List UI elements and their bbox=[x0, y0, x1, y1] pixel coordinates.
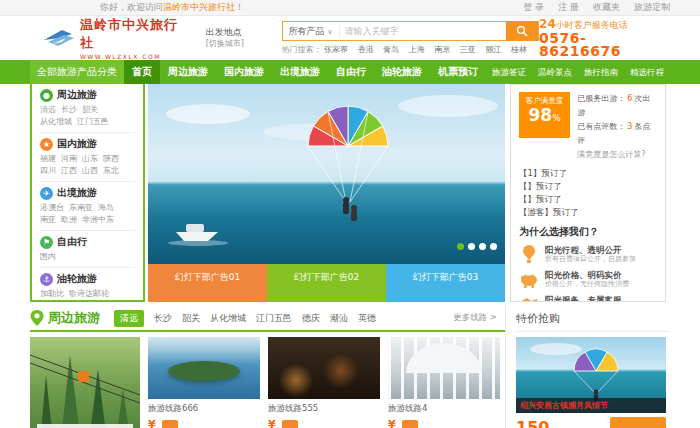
booking-item[interactable]: 【】预订了 bbox=[519, 180, 657, 193]
custom-travel-link[interactable]: 旅游定制 bbox=[634, 0, 670, 16]
sidebar-link[interactable]: 南亚 bbox=[40, 215, 56, 224]
sidebar-link[interactable]: 地中海邮轮 bbox=[77, 301, 117, 302]
sidebar-link[interactable]: 皇家邮轮 bbox=[40, 301, 72, 302]
tab-destination[interactable]: 从化增城 bbox=[210, 312, 246, 325]
reason-title: 阳光行程、透明公开 bbox=[545, 245, 636, 255]
nav-item-attractions[interactable]: 温岭景点 bbox=[532, 60, 578, 84]
sidebar-link[interactable]: 四川 bbox=[40, 166, 56, 175]
sidebar-group-title[interactable]: 国内旅游 bbox=[57, 137, 97, 151]
top-utility-bar: 你好，欢迎访问温岭市中兴旅行社！ 登 录 注 册 收藏夹 旅游定制 bbox=[0, 0, 700, 16]
nav-item-home[interactable]: 首页 bbox=[124, 60, 160, 84]
sidebar-link[interactable]: 从化增城 bbox=[40, 117, 72, 126]
tab-destination[interactable]: 英德 bbox=[358, 312, 376, 325]
register-link[interactable]: 注 册 bbox=[558, 0, 579, 16]
search-input[interactable] bbox=[340, 26, 506, 36]
site-logo[interactable]: 温岭市中兴旅行社 WWW.WLZXLX.COM bbox=[42, 16, 192, 60]
sidebar-link[interactable]: 歌诗达邮轮 bbox=[69, 289, 109, 298]
tab-destination[interactable]: 江门五邑 bbox=[256, 312, 292, 325]
buy-now-button[interactable] bbox=[610, 417, 666, 428]
carousel-dot[interactable] bbox=[490, 243, 497, 250]
tour-card[interactable]: 旅游线路555 ¥ bbox=[268, 337, 380, 428]
sidebar-link[interactable]: 海岛 bbox=[98, 203, 114, 212]
zhangjiajie-promo-card[interactable]: 魅力张家界 · bbox=[30, 337, 140, 428]
nav-item-peripheral[interactable]: 周边旅游 bbox=[160, 60, 216, 84]
reason-title: 阳光服务、专属客服 bbox=[545, 295, 652, 303]
banner-ad-1[interactable]: 幻灯下部广告01 bbox=[148, 264, 267, 302]
tab-destination[interactable]: 韶关 bbox=[182, 312, 200, 325]
sidebar-link[interactable]: 欧洲 bbox=[61, 215, 77, 224]
sidebar-link[interactable]: 韶关 bbox=[82, 105, 98, 114]
tab-destination[interactable]: 德庆 bbox=[302, 312, 320, 325]
nav-item-guide[interactable]: 旅行指南 bbox=[578, 60, 624, 84]
peripheral-section-title: 周边旅游 bbox=[48, 309, 100, 327]
sidebar-link[interactable]: 江门五邑 bbox=[77, 117, 109, 126]
hot-keyword[interactable]: 上海 bbox=[409, 45, 425, 54]
more-routes-link[interactable]: 更多线路 > bbox=[453, 312, 497, 324]
sidebar-link[interactable]: 陕西 bbox=[103, 154, 119, 163]
nav-item-flight[interactable]: 机票预订 bbox=[430, 60, 486, 84]
sidebar-link[interactable]: 非洲中东 bbox=[82, 215, 114, 224]
carousel-dot[interactable] bbox=[468, 243, 475, 250]
sidebar-group-title[interactable]: 周边旅游 bbox=[57, 88, 97, 102]
sidebar-link[interactable]: 加勒比 bbox=[40, 289, 64, 298]
nav-item-domestic[interactable]: 国内旅游 bbox=[216, 60, 272, 84]
reason-item: 阳光服务、专属客服 提供1对1专业服务，全程短信提示 bbox=[519, 294, 657, 302]
search-category-dropdown[interactable]: 所有产品 ∨ bbox=[283, 25, 340, 38]
hot-keyword[interactable]: 桂林 bbox=[511, 45, 527, 54]
sidebar-link[interactable]: 山西 bbox=[82, 166, 98, 175]
nav-item-independent[interactable]: 自由行 bbox=[328, 60, 374, 84]
tour-card[interactable]: 旅游线路666 ¥ bbox=[148, 337, 260, 428]
sidebar-link[interactable]: 东北 bbox=[103, 166, 119, 175]
tab-destination[interactable]: 长沙 bbox=[154, 312, 172, 325]
booking-item[interactable]: 【游客】预订了 bbox=[519, 206, 657, 219]
special-offer-card[interactable]: 绍兴安昌古镇腊月风情节 150 bbox=[516, 337, 666, 428]
hot-keyword[interactable]: 青岛 bbox=[383, 45, 399, 54]
sidebar-link[interactable]: 福建 bbox=[40, 154, 56, 163]
booking-item[interactable]: 【1】预订了 bbox=[519, 167, 657, 180]
banner-ad-2[interactable]: 幻灯下部广告02 bbox=[267, 264, 386, 302]
sidebar-link[interactable]: 东南亚 bbox=[69, 203, 93, 212]
sidebar-link[interactable]: 国内 bbox=[40, 252, 56, 261]
nav-item-cruise[interactable]: 油轮旅游 bbox=[374, 60, 430, 84]
sidebar-link[interactable]: 清远 bbox=[40, 105, 56, 114]
favorites-link[interactable]: 收藏夹 bbox=[593, 0, 620, 16]
login-link[interactable]: 登 录 bbox=[523, 0, 544, 16]
hot-keyword[interactable]: 张家界 bbox=[324, 45, 348, 54]
tour-card-image bbox=[268, 337, 380, 399]
price-symbol: ¥ bbox=[268, 418, 276, 428]
switch-city-link[interactable]: [切换城市] bbox=[206, 38, 266, 50]
carousel-dot[interactable] bbox=[457, 243, 464, 250]
sidebar-link[interactable]: 长沙 bbox=[61, 105, 77, 114]
nav-item-itineraries[interactable]: 精选行程 bbox=[624, 60, 670, 84]
tour-card[interactable]: 旅游线路4 ¥ bbox=[388, 337, 500, 428]
hotline-number: 0576-86216676 bbox=[539, 32, 668, 58]
search-box: 所有产品 ∨ bbox=[282, 21, 539, 41]
nav-item-outbound[interactable]: 出境旅游 bbox=[272, 60, 328, 84]
special-offer-image: 绍兴安昌古镇腊月风情节 bbox=[516, 337, 666, 413]
hot-keyword[interactable]: 南京 bbox=[434, 45, 450, 54]
sidebar-link[interactable]: 山东 bbox=[82, 154, 98, 163]
hot-keyword[interactable]: 丽江 bbox=[485, 45, 501, 54]
search-button[interactable] bbox=[506, 21, 538, 41]
sidebar-group-title[interactable]: 自由行 bbox=[57, 235, 87, 249]
carousel-dots bbox=[457, 243, 497, 250]
welcome-prefix: 你好，欢迎访问 bbox=[100, 2, 163, 12]
banner-ad-3[interactable]: 幻灯下部广告03 bbox=[386, 264, 505, 302]
sidebar-link[interactable]: 江西 bbox=[61, 166, 77, 175]
sidebar-link[interactable]: 港澳台 bbox=[40, 203, 64, 212]
carousel-dot[interactable] bbox=[479, 243, 486, 250]
tour-card-image bbox=[388, 337, 500, 399]
booking-item[interactable]: 【】预订了 bbox=[519, 193, 657, 206]
nav-item-visa[interactable]: 旅游签证 bbox=[486, 60, 532, 84]
hot-keyword[interactable]: 三亚 bbox=[460, 45, 476, 54]
satisfaction-how-link[interactable]: 满意度是怎么计算? bbox=[577, 148, 657, 162]
sidebar-link[interactable]: 河南 bbox=[61, 154, 77, 163]
tab-destination[interactable]: 潮汕 bbox=[330, 312, 348, 325]
hot-keyword[interactable]: 香港 bbox=[358, 45, 374, 54]
sidebar-group-title[interactable]: 出境旅游 bbox=[57, 186, 97, 200]
tab-destination[interactable]: 清远 bbox=[114, 310, 144, 327]
all-categories-button[interactable]: 全部旅游产品分类 bbox=[30, 60, 124, 84]
sidebar-group-title[interactable]: 油轮旅游 bbox=[57, 272, 97, 286]
welcome-suffix: ！ bbox=[235, 2, 244, 12]
hero-banner-slide[interactable] bbox=[148, 84, 505, 264]
